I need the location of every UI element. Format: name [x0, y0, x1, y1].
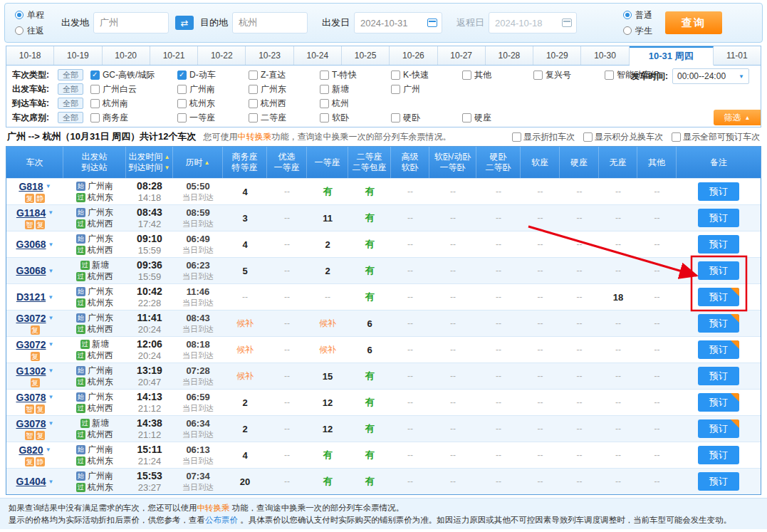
filter-checkbox-option[interactable]: K-快速	[391, 69, 462, 81]
display-option-checkbox[interactable]: 显示全部可预订车次	[672, 131, 760, 143]
train-number-link[interactable]: G820	[19, 444, 43, 456]
checkbox-icon[interactable]	[90, 99, 100, 108]
checkbox-icon[interactable]	[90, 71, 100, 80]
train-number-link[interactable]: G3072	[16, 339, 46, 350]
checkbox-icon[interactable]	[391, 113, 400, 122]
date-tab[interactable]: 10-20	[103, 46, 150, 65]
calendar-icon[interactable]	[427, 19, 437, 27]
display-option-checkbox[interactable]: 显示折扣车次	[512, 131, 575, 143]
radio-icon[interactable]	[623, 11, 632, 19]
filter-checkbox-option[interactable]: 杭州	[320, 98, 391, 110]
checkbox-icon[interactable]	[320, 71, 329, 80]
checkbox-icon[interactable]	[320, 99, 329, 108]
radio-icon[interactable]	[15, 26, 24, 35]
train-dropdown-icon[interactable]: ▼	[48, 241, 54, 248]
transfer-link[interactable]: 中转换乘	[197, 504, 230, 512]
sort-desc-icon[interactable]: ▼	[165, 162, 170, 173]
filter-checkbox-option[interactable]: 广州白云	[90, 83, 177, 95]
reserve-button[interactable]: 预订	[698, 446, 739, 464]
swap-stations-icon[interactable]: ⇄	[175, 16, 194, 30]
checkbox-icon[interactable]	[320, 85, 329, 94]
passenger-type-option[interactable]: 普通	[623, 9, 652, 21]
train-dropdown-icon[interactable]: ▼	[48, 367, 54, 374]
date-tab[interactable]: 10-18	[6, 46, 54, 65]
column-header[interactable]: 出发时间▲到达时间▼	[126, 147, 173, 178]
filter-checkbox-option[interactable]: 广州	[391, 83, 462, 95]
date-tab[interactable]: 10-23	[246, 46, 293, 65]
date-tab-selected[interactable]: 10-31 周四	[630, 46, 714, 66]
date-tab[interactable]: 10-22	[198, 46, 246, 65]
train-number-link[interactable]: G818	[19, 181, 43, 192]
date-tab[interactable]: 10-30	[581, 46, 629, 65]
sort-asc-icon[interactable]: ▲	[204, 157, 210, 168]
trip-type-option[interactable]: 往返	[15, 25, 44, 37]
filter-checkbox-option[interactable]: GC-高铁/城际	[90, 69, 177, 81]
checkbox-icon[interactable]	[512, 132, 521, 142]
reserve-button[interactable]: 预订	[698, 235, 739, 254]
reserve-button[interactable]: 预订	[698, 393, 739, 412]
checkbox-icon[interactable]	[320, 113, 329, 122]
reserve-button[interactable]: 预订	[698, 182, 739, 201]
trip-type-option[interactable]: 单程	[15, 9, 44, 21]
filter-checkbox-option[interactable]: 广州东	[249, 83, 320, 95]
filter-checkbox-option[interactable]: 硬卧	[391, 112, 462, 124]
train-number-link[interactable]: G1302	[16, 365, 46, 377]
train-dropdown-icon[interactable]: ▼	[48, 479, 54, 485]
date-tab[interactable]: 10-25	[342, 46, 390, 65]
train-dropdown-icon[interactable]: ▼	[48, 209, 53, 216]
train-number-link[interactable]: G3078	[16, 418, 46, 429]
train-dropdown-icon[interactable]: ▼	[48, 268, 54, 274]
filter-checkbox-option[interactable]: D-动车	[177, 69, 249, 81]
filter-all-button[interactable]: 全部	[58, 98, 83, 109]
train-dropdown-icon[interactable]: ▼	[48, 394, 54, 400]
radio-icon[interactable]	[15, 11, 24, 19]
display-option-checkbox[interactable]: 显示积分兑换车次	[583, 131, 663, 143]
checkbox-icon[interactable]	[177, 71, 187, 80]
depart-time-select[interactable]: 00:00--24:00 ▼	[672, 68, 749, 84]
date-tab[interactable]: 10-27	[438, 46, 486, 65]
search-button[interactable]: 查询	[665, 11, 722, 34]
filter-checkbox-option[interactable]: 软卧	[320, 112, 391, 124]
checkbox-icon[interactable]	[605, 71, 614, 80]
train-dropdown-icon[interactable]: ▼	[46, 183, 51, 189]
checkbox-icon[interactable]	[462, 71, 471, 80]
filter-all-button[interactable]: 全部	[58, 83, 83, 95]
column-header[interactable]: 历时▲	[173, 147, 223, 178]
checkbox-icon[interactable]	[391, 71, 400, 80]
date-tab[interactable]: 10-19	[54, 46, 102, 65]
train-number-link[interactable]: D3121	[16, 291, 46, 303]
train-number-link[interactable]: G3078	[16, 392, 46, 403]
filter-checkbox-option[interactable]: 杭州东	[177, 98, 249, 110]
filter-checkbox-option[interactable]: Z-直达	[249, 69, 320, 81]
checkbox-icon[interactable]	[249, 85, 258, 94]
filter-checkbox-option[interactable]: 复兴号	[533, 69, 605, 81]
train-dropdown-icon[interactable]: ▼	[48, 294, 53, 301]
date-tab[interactable]: 10-29	[533, 46, 581, 65]
reserve-button[interactable]: 预订	[698, 367, 739, 385]
reserve-button[interactable]: 预订	[698, 314, 739, 333]
filter-checkbox-option[interactable]: 杭州南	[90, 98, 177, 110]
train-number-link[interactable]: G3072	[16, 313, 46, 324]
checkbox-icon[interactable]	[90, 113, 100, 122]
train-number-link[interactable]: G1184	[16, 207, 46, 219]
checkbox-icon[interactable]	[249, 113, 258, 122]
filter-button[interactable]: 筛选 ▲	[714, 110, 761, 125]
checkbox-icon[interactable]	[177, 99, 187, 108]
filter-all-button[interactable]: 全部	[58, 112, 83, 123]
radio-icon[interactable]	[623, 26, 632, 35]
checkbox-icon[interactable]	[177, 85, 187, 94]
reserve-button[interactable]: 预订	[698, 472, 739, 491]
checkbox-icon[interactable]	[462, 113, 471, 122]
train-dropdown-icon[interactable]: ▼	[46, 447, 51, 453]
passenger-type-option[interactable]: 学生	[623, 25, 652, 37]
train-number-link[interactable]: G3068	[16, 265, 46, 276]
checkbox-icon[interactable]	[391, 85, 400, 94]
from-input[interactable]	[93, 12, 169, 33]
reserve-button[interactable]: 预订	[698, 261, 739, 280]
checkbox-icon[interactable]	[90, 85, 100, 94]
checkbox-icon[interactable]	[249, 71, 258, 80]
checkbox-icon[interactable]	[583, 132, 593, 142]
filter-checkbox-option[interactable]: 硬座	[462, 112, 533, 124]
date-tab[interactable]: 10-21	[150, 46, 198, 65]
sort-asc-icon[interactable]: ▲	[165, 152, 170, 162]
